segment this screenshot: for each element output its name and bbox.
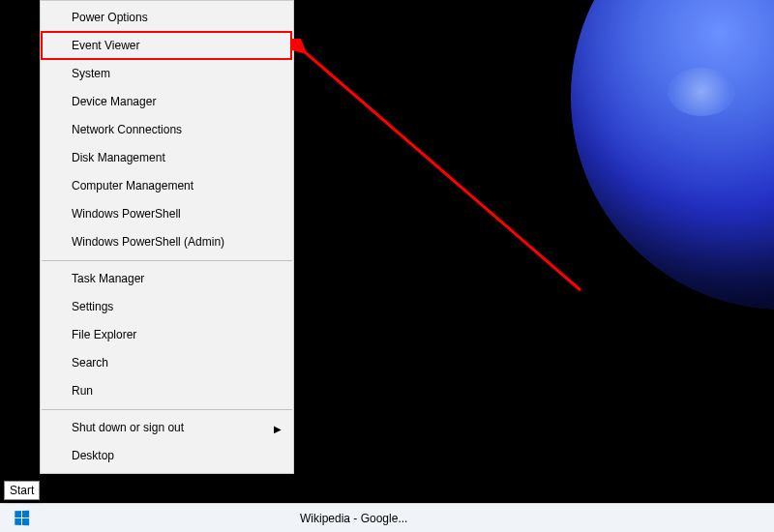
menu-separator: [42, 409, 292, 410]
menu-item-disk-management[interactable]: Disk Management: [41, 144, 293, 172]
start-button[interactable]: [0, 504, 43, 533]
menu-item-search[interactable]: Search: [41, 349, 293, 377]
taskbar-browser-window[interactable]: Wikipedia - Google...: [292, 504, 415, 533]
taskbar: Wikipedia - Google...: [0, 503, 774, 532]
menu-item-power-options[interactable]: Power Options: [41, 4, 293, 32]
menu-item-powershell[interactable]: Windows PowerShell: [41, 200, 293, 228]
menu-item-computer-management[interactable]: Computer Management: [41, 172, 293, 200]
wallpaper-planet: [571, 0, 774, 310]
menu-item-desktop[interactable]: Desktop: [41, 442, 293, 470]
menu-item-system[interactable]: System: [41, 60, 293, 88]
menu-item-run[interactable]: Run: [41, 377, 293, 405]
menu-item-event-viewer[interactable]: Event Viewer: [41, 32, 293, 60]
menu-item-powershell-admin[interactable]: Windows PowerShell (Admin): [41, 228, 293, 256]
start-tooltip: Start: [4, 481, 40, 500]
taskbar-spacer: [43, 504, 292, 533]
winx-context-menu: Power Options Event Viewer System Device…: [40, 0, 294, 474]
menu-item-label: Shut down or sign out: [72, 421, 184, 434]
menu-item-shutdown[interactable]: Shut down or sign out ▶: [41, 414, 293, 442]
menu-item-file-explorer[interactable]: File Explorer: [41, 321, 293, 349]
menu-item-settings[interactable]: Settings: [41, 293, 293, 321]
menu-item-device-manager[interactable]: Device Manager: [41, 88, 293, 116]
menu-item-network-connections[interactable]: Network Connections: [41, 116, 293, 144]
menu-separator: [42, 260, 292, 261]
chevron-right-icon: ▶: [274, 414, 282, 442]
windows-logo-icon: [15, 511, 29, 525]
menu-item-task-manager[interactable]: Task Manager: [41, 265, 293, 293]
